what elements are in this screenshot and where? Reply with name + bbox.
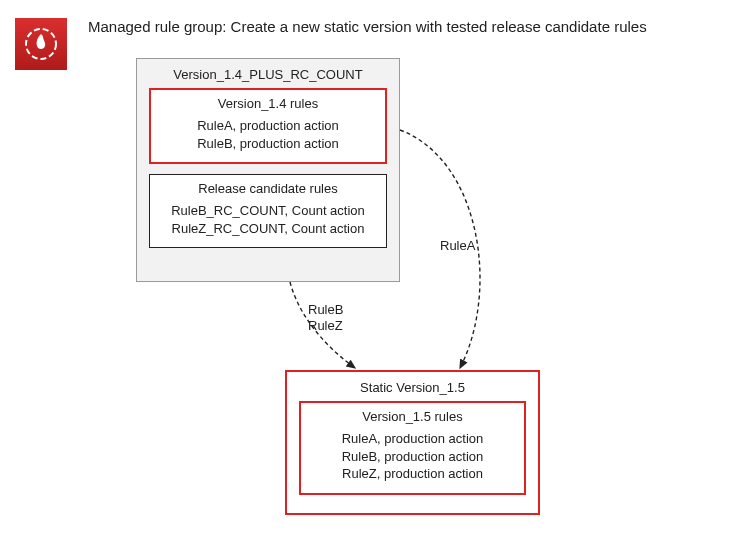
arrow-label-rule-z: RuleZ: [308, 318, 343, 333]
source-group-title: Version_1.4_PLUS_RC_COUNT: [137, 67, 399, 82]
candidate-rule-z: RuleZ_RC_COUNT, Count action: [160, 220, 376, 238]
candidate-rules-box: Release candidate rules RuleB_RC_COUNT, …: [149, 174, 387, 248]
production-rules-title: Version_1.4 rules: [161, 96, 375, 111]
target-rules-box: Version_1.5 rules RuleA, production acti…: [299, 401, 526, 495]
production-rule-b: RuleB, production action: [161, 135, 375, 153]
target-group-title: Static Version_1.5: [287, 380, 538, 395]
production-rule-a: RuleA, production action: [161, 117, 375, 135]
candidate-rule-b: RuleB_RC_COUNT, Count action: [160, 202, 376, 220]
diagram-title: Managed rule group: Create a new static …: [88, 18, 647, 35]
target-rule-a: RuleA, production action: [311, 430, 514, 448]
target-rules-title: Version_1.5 rules: [311, 409, 514, 424]
source-version-group: Version_1.4_PLUS_RC_COUNT Version_1.4 ru…: [136, 58, 400, 282]
candidate-rules-title: Release candidate rules: [160, 181, 376, 196]
shield-flame-icon: [21, 24, 61, 64]
target-version-group: Static Version_1.5 Version_1.5 rules Rul…: [285, 370, 540, 515]
aws-waf-icon: [15, 18, 67, 70]
target-rule-b: RuleB, production action: [311, 448, 514, 466]
target-rule-z: RuleZ, production action: [311, 465, 514, 483]
arrow-label-rule-a: RuleA: [440, 238, 475, 253]
production-rules-box: Version_1.4 rules RuleA, production acti…: [149, 88, 387, 164]
arrow-label-rule-b: RuleB: [308, 302, 343, 317]
